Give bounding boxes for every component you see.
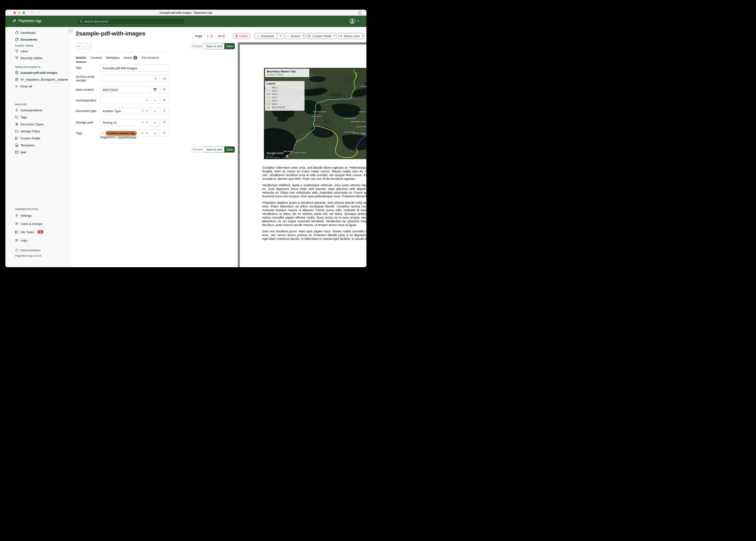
- tab-content[interactable]: Content: [91, 56, 102, 60]
- sidebar-item-documents[interactable]: Documents: [5, 36, 70, 43]
- discard-button[interactable]: Discard: [191, 146, 204, 153]
- correspondent-select[interactable]: [100, 97, 150, 104]
- documentation-link[interactable]: Documentation: [5, 247, 70, 254]
- save-next-button[interactable]: Save & next: [204, 43, 224, 49]
- document-type-filter-button[interactable]: [159, 108, 169, 114]
- map-credits: © 2017 Google Image © 2017 DigitalGlobe: [265, 155, 280, 159]
- tab-metadata[interactable]: Metadata: [106, 56, 119, 60]
- suggestion-link[interactable]: TagWithPartial: [118, 136, 136, 139]
- browser-back-icon[interactable]: ‹: [30, 10, 34, 14]
- sidebar-item-document-types[interactable]: Document Types: [5, 121, 70, 128]
- close-document-button[interactable]: ✕: [76, 43, 81, 49]
- asn-input[interactable]: ▲▼: [100, 75, 159, 82]
- download-split-button[interactable]: Download: [255, 33, 283, 39]
- save-button[interactable]: Save: [224, 43, 235, 49]
- add-document-type-button[interactable]: +: [150, 108, 159, 114]
- sidebar-item-users-groups[interactable]: Users & Groups: [5, 220, 70, 228]
- correspondent-filter-button[interactable]: [159, 97, 169, 104]
- save-button[interactable]: Save: [224, 146, 235, 153]
- legend-entry-icon: [267, 106, 270, 109]
- clear-icon[interactable]: ✕: [141, 131, 144, 135]
- browser-forward-icon[interactable]: ›: [37, 10, 41, 14]
- envelope-icon: [15, 151, 19, 154]
- sidebar-item-custom-fields[interactable]: Custom Fields: [5, 135, 70, 142]
- clear-icon[interactable]: ✕: [141, 121, 144, 124]
- sidebar-item-dashboard[interactable]: Dashboard: [5, 29, 70, 36]
- minimize-window-button[interactable]: [18, 12, 20, 14]
- close-icon: [15, 85, 18, 88]
- add-correspondent-button[interactable]: +: [150, 97, 159, 104]
- filter-icon: [163, 99, 166, 102]
- search-bar[interactable]: [77, 18, 184, 25]
- share-links-button[interactable]: Share Links: [338, 33, 364, 39]
- sidebar-item-correspondents[interactable]: Correspondents: [5, 107, 70, 114]
- sidebar-item-templates[interactable]: Templates: [5, 142, 70, 149]
- tags-filter-button[interactable]: [159, 130, 169, 137]
- page-total: of 10: [216, 33, 227, 39]
- page-navigator: Page 1 ▲▼ of 10: [193, 33, 227, 39]
- file-text-icon: [15, 71, 19, 74]
- page-number-control[interactable]: 1 ▲▼: [204, 33, 216, 39]
- add-storage-path-button[interactable]: +: [150, 119, 159, 126]
- sidebar-item-storage-paths[interactable]: Storage Paths: [5, 128, 70, 135]
- ellipsis-icon: ⋯: [286, 34, 289, 38]
- previous-document-button[interactable]: ←: [81, 43, 86, 49]
- clear-icon[interactable]: ✕: [141, 109, 144, 113]
- legend-route-icon: [267, 86, 270, 89]
- zoom-window-button[interactable]: [22, 12, 25, 14]
- calendar-button[interactable]: [150, 86, 159, 93]
- sidebar-item-settings[interactable]: Settings: [5, 211, 70, 220]
- delete-button[interactable]: Delete: [233, 33, 250, 39]
- next-document-button[interactable]: →: [86, 43, 91, 49]
- tab-permissions[interactable]: Permissions: [142, 56, 159, 60]
- tab-notes[interactable]: Notes1: [124, 56, 137, 60]
- actions-button[interactable]: ⋯ Actions: [285, 33, 305, 39]
- tab-details[interactable]: Details: [76, 56, 86, 60]
- island-label: Mile Island: [284, 150, 293, 152]
- sidebar: Dashboard Documents SAVED VIEWS Inbox Re…: [5, 27, 71, 267]
- custom-fields-button[interactable]: Custom Fields: [307, 33, 337, 39]
- funnel-icon: [15, 56, 19, 60]
- app-version: Paperless-ngx v2.0.0: [5, 254, 70, 257]
- island-label: Squirrel Island: [362, 133, 366, 135]
- sidebar-collapse-button[interactable]: «: [68, 28, 73, 33]
- discard-button[interactable]: Discard: [191, 43, 204, 49]
- share-icon[interactable]: [358, 11, 361, 14]
- sidebar-item-tags[interactable]: Tags: [5, 114, 70, 121]
- sidebar-open-doc-napoleon[interactable]: H7_Napoleon_Bonaparte_zadanie: [5, 76, 70, 83]
- form-row-correspondent: Correspondent +: [76, 97, 169, 104]
- island-label: Lincoln Island: [356, 126, 366, 128]
- sidebar-item-recently-added[interactable]: Recently Added: [5, 55, 70, 61]
- close-window-button[interactable]: [13, 12, 16, 14]
- asn-plus-one-button[interactable]: +1: [159, 75, 169, 82]
- search-input[interactable]: [84, 20, 182, 23]
- sidebar-item-file-tasks[interactable]: File Tasks 16: [5, 228, 70, 236]
- add-tag-button[interactable]: +: [150, 130, 159, 137]
- page-number-value[interactable]: 1: [207, 34, 209, 38]
- download-caret[interactable]: [277, 33, 283, 39]
- storage-path-select[interactable]: Testing 12 ✕: [100, 119, 150, 126]
- sidebar-item-inbox[interactable]: Inbox: [5, 48, 70, 55]
- app-logo[interactable]: Paperless-ngx: [12, 19, 41, 23]
- document-type-select[interactable]: Another Type ✕: [100, 108, 150, 114]
- paragraph: Curabitur bibendum ante urna, sed blandi…: [262, 166, 366, 181]
- sidebar-item-logs[interactable]: Logs: [5, 236, 70, 244]
- pdf-preview-pane[interactable]: Hausons Island New York Island Gary Isla…: [238, 42, 366, 267]
- save-next-button[interactable]: Save & next: [204, 146, 224, 153]
- remove-tag-icon[interactable]: ✕: [102, 132, 104, 135]
- form-row-storage-path: Storage path Testing 12 ✕ +: [76, 119, 169, 126]
- date-filter-button[interactable]: [159, 86, 169, 93]
- storage-path-filter-button[interactable]: [159, 119, 169, 126]
- asn-stepper[interactable]: ▲▼: [154, 76, 157, 81]
- sidebar-open-doc-current[interactable]: 2sample-pdf-with-images: [5, 69, 70, 76]
- user-menu[interactable]: [350, 18, 359, 24]
- file-tasks-badge: 16: [38, 230, 44, 234]
- sidebar-item-mail[interactable]: Mail: [5, 149, 70, 156]
- form-row-title: Title 2sample-pdf-with-images: [76, 65, 169, 72]
- tag-chip[interactable]: Another Sample Tag: [105, 131, 137, 136]
- page-stepper[interactable]: ▲▼: [210, 34, 213, 38]
- document-body-text: Curabitur bibendum ante urna, sed blandi…: [262, 166, 366, 241]
- title-input[interactable]: 2sample-pdf-with-images: [100, 65, 169, 71]
- date-created-input[interactable]: 03/27/2022: [100, 86, 150, 93]
- sidebar-item-close-all[interactable]: Close all: [5, 83, 70, 90]
